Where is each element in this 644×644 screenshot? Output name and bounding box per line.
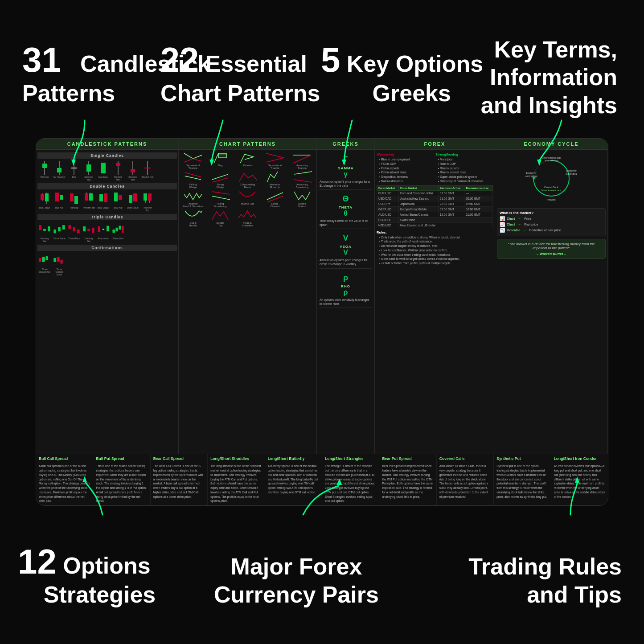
cheatsheet-card: CANDLESTICK PATTERNS Single Candles [36,138,608,506]
inv-cup-pattern: Inverse Cup [234,190,260,208]
gamma-entry: Γ GAMMA γ Amount on option's price chang… [320,152,372,190]
vega-def: Amount an option's price changes for eve… [320,258,372,266]
svg-rect-58 [62,225,65,230]
info-content: Central Bank cuts interest rate Economy … [495,150,607,454]
cup-handle-pattern: Cup &Handle [180,209,206,227]
eurusd-pair: EUR/USD [377,190,399,196]
svg-text:Inflation: Inflation [547,198,555,201]
svg-rect-49 [144,193,147,201]
flag-pattern: Flag [207,152,233,169]
triple-candles-header: Triple Candles [37,214,177,220]
double-top-pattern: DoubleTop [207,209,233,227]
bear-put-spread-col: Bear Put Spread Bear Put Spread is imple… [379,454,436,505]
evening-star-candle: Evening Star [82,222,95,242]
svg-rect-17 [86,164,91,172]
bottom-right-label: Trading Rulesand Tips [468,553,622,608]
three-outside-up-candle: Three Outside Up [38,253,51,276]
bear-harami-candle: Bear Har [112,192,124,212]
bull-harami-candle: Bull Har [53,192,66,212]
rho-symbol: ρ [320,273,372,283]
synthetic-put-title: Synthetic Put [496,456,548,462]
price-def-row: 📊 Chart → Price [500,216,603,221]
bear-put-spread-title: Bear Put Spread [382,456,433,462]
usdcad-pair: USD/CAD [377,196,399,201]
gamma-def: Amount on option's price changes for a $… [320,180,372,188]
covered-calls-col: Covered Calls Also known as locked Calls… [437,454,494,505]
gamma-name: GAMMA [320,166,372,170]
vega-entry: V VEGA V Amount an option's price change… [320,230,372,268]
double-candles-header: Double Candles [37,183,177,189]
key-terms-label: Key Terms,Informationand Insights [481,37,617,118]
chart-patterns-grid: SymmetricalTriangle Flag [180,152,315,227]
three-line-candle: Three Line [112,222,124,242]
theta-name: THETA [320,205,372,209]
audusd-market: United States/Canada [398,212,438,217]
nzdusd-notes: New Zealand and US dollar [398,222,492,228]
bottom-left-label: 12 Options Strategies [18,542,156,608]
eurusd-row: EUR/USD Euro and Canadian dollar 03:00 G… [377,190,493,196]
gbpusd-active: 07:00 GMT [438,206,464,212]
falling-wedge-pattern: FallingWedge [180,171,206,189]
svg-rect-53 [39,225,41,230]
gamma-symbol: Γ [320,155,372,164]
svg-text:Economy: Economy [566,169,577,172]
svg-rect-43 [99,194,103,201]
iron-condor-text: An iron condor involves four options—a l… [554,464,605,499]
eurusd-active: 03:00 GMT [438,190,464,196]
strengthening-label: Strengthening [435,152,493,156]
svg-rect-54 [43,229,46,231]
chart-patterns-content: SymmetricalTriangle Flag [179,150,316,454]
rules-label: Rules: [377,230,493,234]
rising-channel-pattern: RisingChannel [262,190,288,208]
double-bottom-pattern: DoubleBottom [289,190,315,208]
svg-rect-74 [46,256,48,260]
bear-call-spread-text: The Bear Call Spread is one of the 2-leg… [153,464,205,499]
usdchf-notes: Swiss franc [398,217,492,222]
svg-line-78 [214,153,218,163]
long-short-strangles-title: Long/Short Strangles [325,456,376,462]
audusd-pair: AUD/USD [377,212,399,217]
svg-rect-47 [129,195,132,203]
usdcad-row: USD/CAD Australia/New Zealand 21:00 GMT … [377,196,493,201]
svg-rect-76 [57,257,59,262]
active-col-header: Becomes Active [438,185,464,190]
svg-rect-14 [71,168,77,168]
svg-text:hikes interest rate: hikes interest rate [541,189,561,192]
top-center-label: 22 EssentialChart Patterns [147,40,320,107]
rules-items: • Only trade when conviction is strong. … [379,235,493,266]
svg-line-82 [240,154,245,163]
svg-rect-19 [101,163,106,173]
svg-rect-42 [89,193,93,201]
svg-rect-35 [55,193,59,201]
synthetic-put-col: Synthetic Put Synthetic put is one of th… [494,454,551,505]
info-header: Economy Cycle [495,139,607,150]
abandoned-bull-candle: Abandoned [97,222,110,242]
bull-put-spread-title: Bull Put Spread [96,456,147,462]
svg-rect-37 [70,193,74,201]
three-outside-down-candle: Three Outside Down [53,253,66,276]
inv-hammer-candle: Inv Hammer [53,161,66,181]
svg-rect-72 [39,258,41,262]
three-white-candle: Three White [53,222,66,242]
bull-call-spread-title: Bull Call Spread [39,456,90,462]
svg-rect-79 [218,153,226,158]
usdchf-row: USD/CHF Swiss franc [377,217,493,222]
warren-buffet-quote: "The market is a device for transferring… [497,239,606,259]
gbpusd-inactive: 16:00 GMT [464,206,493,212]
covered-calls-text: Also known as locked Calls, this is a ve… [439,464,491,499]
trading-rules-label: Trading Rulesand Tips [468,554,622,607]
greeks-header: GREEKS [317,139,374,150]
audusd-active: 12:00 GMT [438,212,464,217]
greeks-content: Γ GAMMA γ Amount on option's price chang… [317,150,374,311]
vega-symbol: V [320,234,372,243]
svg-rect-60 [73,227,75,231]
bull-engulf-candle: Bull Engulf [38,192,51,212]
gbpusd-row: GBP/USD Europe/Great Britain 07:00 GMT 1… [377,206,493,212]
bearish-doji-candle: Bearish Doji [141,161,154,181]
svg-rect-66 [103,229,104,230]
tweezer-bottom-candle: Tweezer Bot [82,192,95,212]
morning-star-candle: Morning Star [38,222,51,242]
asc-triangle-pattern: AscendingTriangle [289,152,315,169]
inv-head-shoulders-pattern: InvertedHead & Shoulders [180,190,206,208]
long-short-butterfly-col: Long/Short Butterfly A butterfly spread … [265,454,322,505]
